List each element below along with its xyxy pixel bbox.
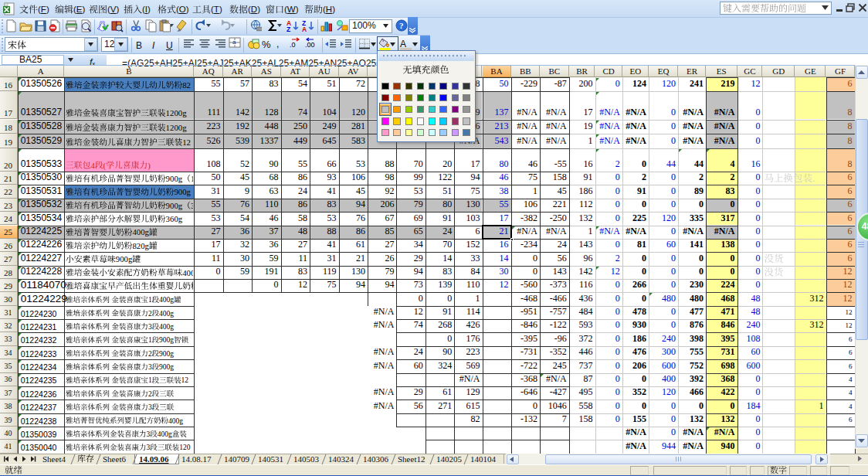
svg-text:.0: .0 (290, 41, 296, 49)
svg-text:Z: Z (287, 26, 290, 32)
svg-text:A: A (302, 26, 307, 32)
svg-text:a: a (232, 39, 236, 46)
svg-text:?: ? (399, 21, 404, 30)
svg-text:.00: .00 (305, 41, 315, 49)
